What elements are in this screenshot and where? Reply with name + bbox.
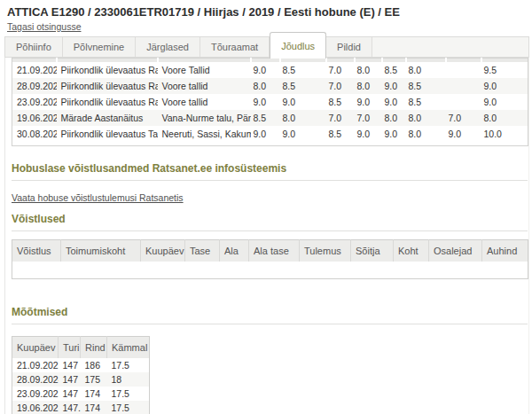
measurement-row: 21.09.202514718617.5 (12, 358, 150, 372)
evaluation-score-cell: 9.0 (280, 126, 326, 142)
measurement-cell: 147 (59, 372, 81, 387)
evaluations-tbody: 21.09.2025Piirkondlik ülevaatus Raplamaa… (12, 62, 528, 146)
measurement-cell: 147 (59, 387, 81, 401)
tab-bar: Põhiinfo Põlvnemine Järglased Tõuraamat … (4, 36, 529, 58)
column-header-v-istlus[interactable]: Võistlus (12, 240, 61, 262)
column-header-ala[interactable]: Ala (220, 240, 249, 262)
evaluation-score-cell (446, 62, 481, 78)
tab-content-panel: 21.09.2025Piirkondlik ülevaatus Raplamaa… (4, 58, 529, 414)
evaluation-score-cell: 7.0 (326, 78, 355, 94)
evaluation-date-cell: 23.09.2023 (12, 94, 57, 110)
evaluation-location-cell: Neeruti, Sassi, Kakumetsa (158, 126, 251, 142)
measurement-cell: 19.06.2022 (12, 401, 59, 414)
measurements-header-row: Kuupäev▼TuriRindKämmal (12, 336, 150, 358)
evaluation-event-cell: Piirkondlik ülevaatus Raplamaal (57, 62, 158, 78)
tab-touraamat[interactable]: Tõuraamat (200, 37, 270, 57)
competitions-header-row: VõistlusToimumiskohtKuupäev▼TaseAlaAla t… (12, 240, 528, 262)
evaluation-score-cell: 8.0 (481, 110, 528, 126)
tab-polvnemine[interactable]: Põlvnemine (63, 37, 136, 57)
measurement-cell: 175 (81, 372, 107, 387)
evaluation-location-cell: Voore tallid (158, 78, 251, 94)
evaluation-score-cell: 8.5 (280, 62, 326, 78)
evaluation-score-cell: 7.0 (355, 110, 382, 126)
evaluation-score-cell: 8.0 (406, 110, 446, 126)
column-header-tase[interactable]: Tase (185, 240, 220, 262)
evaluation-score-cell: 9.0 (481, 94, 528, 110)
evaluation-score-cell: 9.0 (382, 94, 406, 110)
column-header-auhind[interactable]: Auhind (482, 240, 528, 262)
column-header-osalejad[interactable]: Osalejad (429, 240, 482, 262)
evaluation-score-cell: 8.5 (280, 78, 326, 94)
column-header-koht[interactable]: Koht (394, 240, 429, 262)
column-header-k-mmal[interactable]: Kämmal (107, 336, 150, 358)
column-header-ala-tase[interactable]: Ala tase (249, 240, 300, 262)
tab-jarglased[interactable]: Järglased (136, 37, 200, 57)
evaluation-score-cell: 9.0 (481, 78, 528, 94)
measurement-cell: 174 (81, 401, 107, 414)
measurement-cell: 28.09.2024 (12, 372, 59, 387)
competitions-heading: Võistlused (12, 203, 528, 231)
measurement-row: 19.06.2022147.517417.5 (12, 401, 150, 414)
evaluation-location-cell: Voore tallid (158, 94, 251, 110)
evaluation-score-cell: 8.5 (406, 78, 446, 94)
column-header-kuup-ev[interactable]: Kuupäev▼ (141, 240, 185, 262)
evaluation-score-cell (446, 94, 481, 110)
evaluation-score-cell: 7.0 (446, 110, 481, 126)
column-header-turi[interactable]: Turi (59, 336, 81, 358)
column-header-s-itja[interactable]: Sõitja (351, 240, 394, 262)
evaluation-event-cell: Piirkondlik ülevaatus Raplamaal (57, 94, 158, 110)
competitions-empty-row (12, 262, 528, 278)
evaluation-date-cell: 21.09.2025 (12, 62, 57, 78)
evaluation-date-cell: 28.09.2024 (12, 78, 57, 94)
evaluation-score-cell: 8.5 (406, 94, 446, 110)
evaluation-row: 23.09.2023Piirkondlik ülevaatus Raplamaa… (12, 94, 528, 110)
evaluation-score-cell: 9.0 (382, 126, 406, 142)
evaluation-score-cell: 7.0 (326, 110, 355, 126)
evaluation-event-cell: Piirkondlik ülevaatus Raplamaal (57, 78, 158, 94)
evaluation-score-cell: 9.0 (251, 94, 280, 110)
measurement-cell: 186 (81, 358, 107, 372)
evaluations-table: 21.09.2025Piirkondlik ülevaatus Raplamaa… (12, 58, 528, 146)
evaluation-score-cell: 8.5 (326, 94, 355, 110)
measurements-table: Kuupäev▼TuriRindKämmal 21.09.20251471861… (12, 336, 150, 414)
evaluation-date-cell: 30.08.2021 (12, 126, 57, 142)
measurement-cell: 147 (59, 358, 81, 372)
evaluations-footer-spacer (12, 142, 528, 146)
evaluation-date-cell: 19.06.2022 (12, 110, 57, 126)
back-to-search-link[interactable]: Tagasi otsingusse (7, 21, 81, 32)
column-header-toimumiskoht[interactable]: Toimumiskoht (61, 240, 141, 262)
evaluation-score-cell: 8.0 (382, 110, 406, 126)
evaluation-score-cell: 8.0 (406, 126, 446, 142)
evaluation-score-cell: 8.5 (326, 126, 355, 142)
tab-pildid[interactable]: Pildid (326, 37, 372, 57)
evaluation-score-cell: 10.0 (481, 126, 528, 142)
measurement-cell: 147.5 (59, 401, 81, 414)
measurement-cell: 17.5 (107, 358, 150, 372)
evaluation-score-cell: 8.5 (382, 62, 406, 78)
tab-pohiinfo[interactable]: Põhiinfo (5, 37, 63, 57)
measurement-cell: 18 (107, 372, 150, 387)
evaluation-location-cell: Vana-Nurme talu, Pärnumaa (158, 110, 251, 126)
page-title: ATTICA E1290 / 2330061ETR01719 / Hiirjas… (0, 0, 532, 19)
ratsanet-section-heading: Hobuslase võistlusandmed Ratsanet.ee inf… (12, 146, 528, 181)
measurements-heading: Mõõtmised (12, 279, 528, 324)
measurement-cell: 21.09.2025 (12, 358, 59, 372)
column-header-tulemus[interactable]: Tulemus (300, 240, 351, 262)
evaluation-score-cell: 8.0 (251, 78, 280, 94)
evaluation-score-cell: 8.0 (355, 78, 382, 94)
evaluation-score-cell: 9.0 (446, 126, 481, 142)
measurement-cell: 174 (81, 387, 107, 401)
evaluation-row: 28.09.2024Piirkondlik ülevaatus Raplamaa… (12, 78, 528, 94)
tab-joudlus[interactable]: Jõudlus (270, 32, 326, 59)
evaluation-score-cell: 8.5 (251, 110, 280, 126)
evaluation-score-cell: 9.0 (355, 126, 382, 142)
measurement-row: 28.09.202414717518 (12, 372, 150, 387)
evaluation-score-cell: 9.0 (355, 94, 382, 110)
measurements-tbody: 21.09.202514718617.528.09.20241471751823… (12, 358, 150, 414)
evaluation-location-cell: Voore Tallid (158, 62, 251, 78)
column-header-rind[interactable]: Rind (81, 336, 107, 358)
evaluation-row: 30.08.2021Piirkondlik ülevaatus Tartumaa… (12, 126, 528, 142)
column-header-kuup-ev[interactable]: Kuupäev▼ (12, 336, 59, 358)
ratsanet-results-link[interactable]: Vaata hobuse võistlustulemusi Ratsanetis (12, 192, 184, 203)
evaluation-row: 21.09.2025Piirkondlik ülevaatus Raplamaa… (12, 62, 528, 78)
